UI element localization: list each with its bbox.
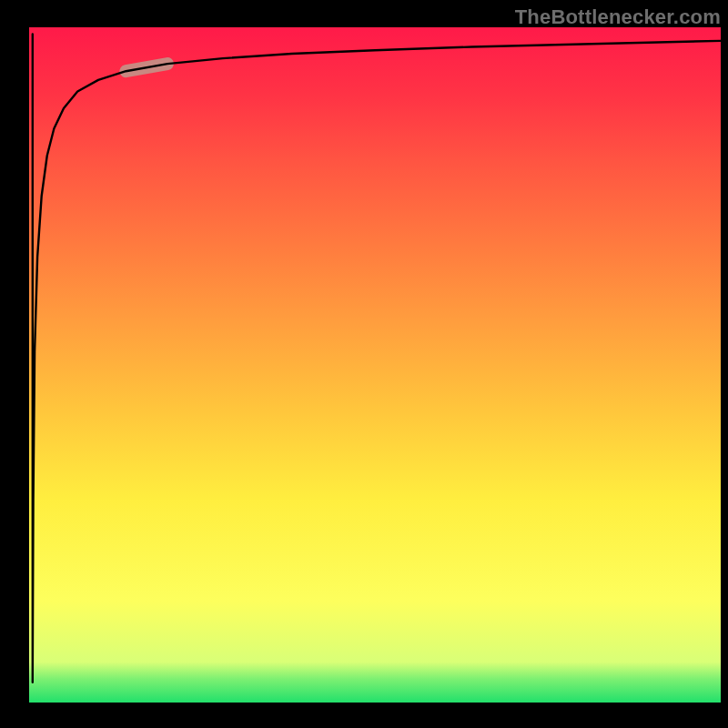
chart-frame: TheBottlenecker.com (0, 0, 728, 728)
curve-main (33, 34, 721, 682)
watermark-text: TheBottlenecker.com (515, 5, 721, 29)
bottleneck-curve (29, 27, 721, 703)
chart-plot-area (29, 27, 721, 703)
